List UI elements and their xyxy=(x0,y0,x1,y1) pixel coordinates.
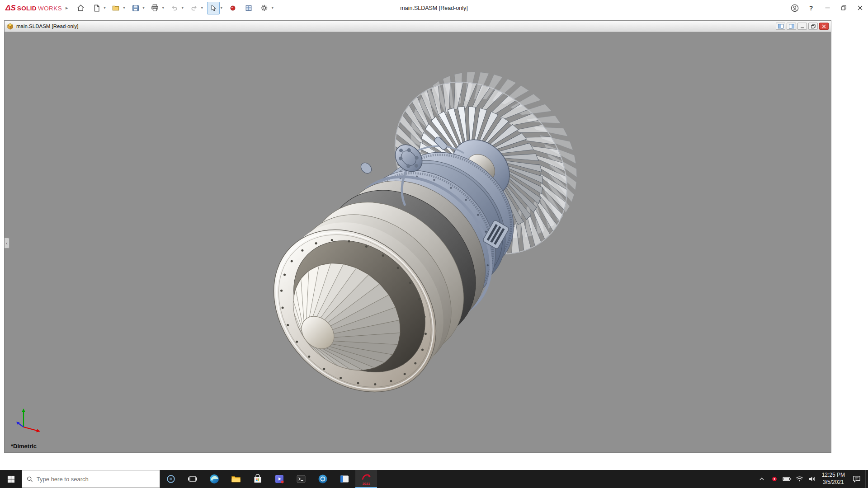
view-orientation-label: *Dimetric xyxy=(11,443,37,450)
cortana-button[interactable] xyxy=(160,470,182,488)
redo-dropdown-icon[interactable]: ▾ xyxy=(200,6,204,10)
solidworks-logo: ΔS SOLIDWORKS xyxy=(0,4,65,13)
minimize-icon xyxy=(825,5,830,10)
select-tool-button[interactable] xyxy=(207,2,220,14)
new-document-button[interactable] xyxy=(90,2,103,14)
options-button[interactable] xyxy=(258,2,271,14)
undo-dropdown-icon[interactable]: ▾ xyxy=(181,6,184,10)
pinned-app-icon xyxy=(274,474,285,484)
split-left-icon xyxy=(778,24,783,28)
command-prompt-button[interactable] xyxy=(290,470,312,488)
store-button[interactable] xyxy=(247,470,269,488)
battery-icon xyxy=(783,476,792,482)
small-flange xyxy=(359,161,374,176)
search-input[interactable] xyxy=(37,476,155,483)
doc-close-icon xyxy=(822,24,826,28)
minimize-button[interactable] xyxy=(819,0,835,16)
tray-expand-button[interactable] xyxy=(755,470,768,488)
pinned-app-circle-icon xyxy=(317,474,328,484)
network-button[interactable] xyxy=(793,470,806,488)
help-button[interactable]: ? xyxy=(803,0,819,16)
new-document-dropdown-icon[interactable]: ▾ xyxy=(103,6,107,10)
save-icon xyxy=(132,4,140,12)
clock-time: 12:25 PM xyxy=(822,472,845,479)
red-sphere-icon xyxy=(229,4,237,12)
select-cursor-icon xyxy=(209,4,217,12)
command-prompt-icon xyxy=(296,474,307,484)
print-button[interactable] xyxy=(149,2,161,14)
pinned-app-button-2[interactable] xyxy=(312,470,334,488)
options-dropdown-icon[interactable]: ▾ xyxy=(271,6,274,10)
document-window: main.SLDASM [Read-only] xyxy=(4,20,831,453)
chevron-up-icon xyxy=(759,476,765,482)
close-icon xyxy=(858,5,863,10)
home-icon xyxy=(76,4,85,12)
cortana-icon xyxy=(166,474,176,484)
restore-icon xyxy=(841,5,846,10)
doc-minimize-button[interactable] xyxy=(797,23,807,30)
home-button[interactable] xyxy=(75,2,87,14)
taskbar-search[interactable] xyxy=(22,470,160,488)
orientation-triad[interactable] xyxy=(15,404,44,435)
tray-app-button[interactable] xyxy=(768,470,781,488)
open-dropdown-icon[interactable]: ▾ xyxy=(123,6,126,10)
show-desktop-button[interactable] xyxy=(865,470,868,488)
search-icon xyxy=(27,476,33,483)
file-explorer-icon xyxy=(231,474,241,484)
task-view-button[interactable] xyxy=(182,470,203,488)
3d-viewport[interactable]: ‹ *Dimetric xyxy=(5,32,831,452)
account-icon xyxy=(790,4,799,13)
solidworks-taskbar-button[interactable]: 2021 xyxy=(355,470,377,488)
solidworks-version-badge: 2021 xyxy=(363,482,370,486)
red-sphere-tool-button[interactable] xyxy=(226,2,239,14)
taskbar-clock[interactable]: 12:25 PM 3/5/2021 xyxy=(819,472,848,486)
app-titlebar: ΔS SOLIDWORKS ▸ ▾ ▾ xyxy=(0,0,868,16)
gear-icon xyxy=(260,4,269,12)
select-dropdown-icon[interactable]: ▾ xyxy=(220,6,223,10)
print-dropdown-icon[interactable]: ▾ xyxy=(161,6,165,10)
help-icon: ? xyxy=(809,5,813,12)
undo-button[interactable] xyxy=(168,2,181,14)
panel-collapse-tab[interactable]: ‹ xyxy=(5,238,9,249)
edge-icon xyxy=(209,474,220,484)
action-center-button[interactable] xyxy=(848,470,865,488)
volume-icon xyxy=(808,476,816,482)
restore-button[interactable] xyxy=(835,0,852,16)
account-button[interactable] xyxy=(787,0,803,16)
assembly-icon xyxy=(7,23,14,30)
doc-close-button[interactable] xyxy=(819,23,829,30)
table-icon xyxy=(245,4,253,12)
battery-button[interactable] xyxy=(781,470,793,488)
quick-access-toolbar: ▾ ▾ ▾ ▾ xyxy=(75,2,278,14)
document-titlebar[interactable]: main.SLDASM [Read-only] xyxy=(5,21,831,32)
close-button[interactable] xyxy=(852,0,868,16)
undo-icon xyxy=(170,4,179,12)
file-explorer-button[interactable] xyxy=(225,470,247,488)
document-title: main.SLDASM [Read-only] xyxy=(16,23,78,29)
pinned-app-button-3[interactable] xyxy=(334,470,355,488)
volume-button[interactable] xyxy=(806,470,819,488)
document-window-controls xyxy=(776,23,829,30)
open-button[interactable] xyxy=(110,2,123,14)
app-title: main.SLDASM [Read-only] xyxy=(400,5,467,11)
doc-split-left-button[interactable] xyxy=(776,23,785,30)
doc-minimize-icon xyxy=(800,24,805,28)
redo-icon xyxy=(190,4,198,12)
edge-button[interactable] xyxy=(203,470,225,488)
pinned-app-button-1[interactable] xyxy=(269,470,290,488)
clock-date: 3/5/2021 xyxy=(822,479,845,486)
toolbar-expand-icon[interactable]: ▸ xyxy=(66,5,68,11)
save-button[interactable] xyxy=(129,2,142,14)
start-button[interactable] xyxy=(0,470,22,488)
brand-strong: SOLID xyxy=(17,5,37,12)
save-dropdown-icon[interactable]: ▾ xyxy=(142,6,146,10)
triad-z-axis xyxy=(19,423,24,427)
wifi-icon xyxy=(796,476,803,482)
table-tool-button[interactable] xyxy=(242,2,255,14)
split-right-icon xyxy=(789,24,794,28)
doc-restore-button[interactable] xyxy=(808,23,818,30)
jet-engine-model xyxy=(5,32,831,452)
redo-button[interactable] xyxy=(188,2,200,14)
doc-split-right-button[interactable] xyxy=(787,23,796,30)
system-tray: 12:25 PM 3/5/2021 xyxy=(755,470,868,488)
